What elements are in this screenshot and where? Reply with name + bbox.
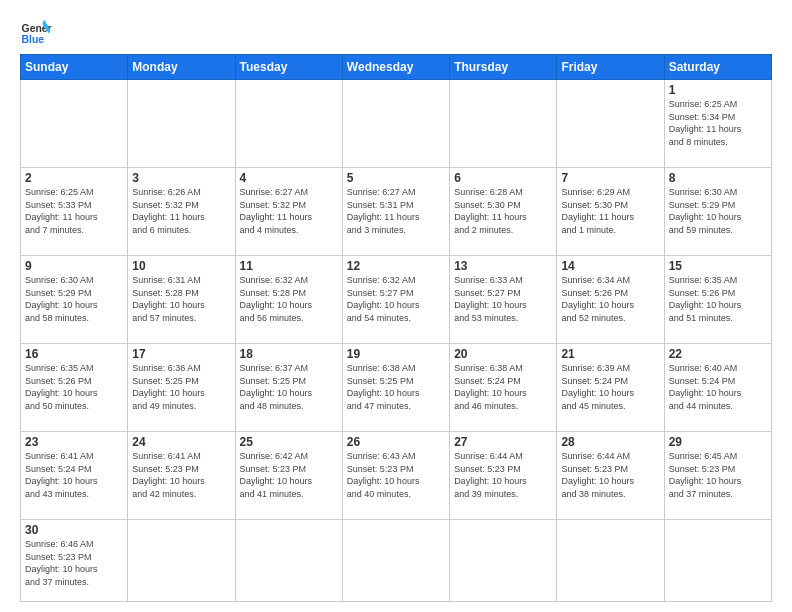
day-info: Sunrise: 6:46 AM Sunset: 5:23 PM Dayligh…	[25, 538, 123, 588]
day-cell: 10Sunrise: 6:31 AM Sunset: 5:28 PM Dayli…	[128, 256, 235, 344]
day-cell: 22Sunrise: 6:40 AM Sunset: 5:24 PM Dayli…	[664, 344, 771, 432]
day-info: Sunrise: 6:34 AM Sunset: 5:26 PM Dayligh…	[561, 274, 659, 324]
day-number: 25	[240, 435, 338, 449]
day-cell	[557, 520, 664, 602]
day-cell: 17Sunrise: 6:36 AM Sunset: 5:25 PM Dayli…	[128, 344, 235, 432]
calendar: SundayMondayTuesdayWednesdayThursdayFrid…	[20, 54, 772, 602]
day-info: Sunrise: 6:36 AM Sunset: 5:25 PM Dayligh…	[132, 362, 230, 412]
day-cell	[664, 520, 771, 602]
day-number: 6	[454, 171, 552, 185]
weekday-monday: Monday	[128, 55, 235, 80]
day-cell: 3Sunrise: 6:26 AM Sunset: 5:32 PM Daylig…	[128, 168, 235, 256]
weekday-header-row: SundayMondayTuesdayWednesdayThursdayFrid…	[21, 55, 772, 80]
day-info: Sunrise: 6:27 AM Sunset: 5:32 PM Dayligh…	[240, 186, 338, 236]
day-number: 20	[454, 347, 552, 361]
week-row-5: 30Sunrise: 6:46 AM Sunset: 5:23 PM Dayli…	[21, 520, 772, 602]
day-cell: 1Sunrise: 6:25 AM Sunset: 5:34 PM Daylig…	[664, 80, 771, 168]
day-info: Sunrise: 6:27 AM Sunset: 5:31 PM Dayligh…	[347, 186, 445, 236]
day-info: Sunrise: 6:33 AM Sunset: 5:27 PM Dayligh…	[454, 274, 552, 324]
day-cell: 19Sunrise: 6:38 AM Sunset: 5:25 PM Dayli…	[342, 344, 449, 432]
day-cell	[21, 80, 128, 168]
day-cell: 25Sunrise: 6:42 AM Sunset: 5:23 PM Dayli…	[235, 432, 342, 520]
day-info: Sunrise: 6:29 AM Sunset: 5:30 PM Dayligh…	[561, 186, 659, 236]
day-cell: 18Sunrise: 6:37 AM Sunset: 5:25 PM Dayli…	[235, 344, 342, 432]
day-info: Sunrise: 6:37 AM Sunset: 5:25 PM Dayligh…	[240, 362, 338, 412]
day-info: Sunrise: 6:35 AM Sunset: 5:26 PM Dayligh…	[25, 362, 123, 412]
day-info: Sunrise: 6:44 AM Sunset: 5:23 PM Dayligh…	[454, 450, 552, 500]
day-number: 19	[347, 347, 445, 361]
day-number: 10	[132, 259, 230, 273]
day-number: 1	[669, 83, 767, 97]
day-cell: 4Sunrise: 6:27 AM Sunset: 5:32 PM Daylig…	[235, 168, 342, 256]
day-number: 29	[669, 435, 767, 449]
day-info: Sunrise: 6:30 AM Sunset: 5:29 PM Dayligh…	[25, 274, 123, 324]
day-number: 30	[25, 523, 123, 537]
day-number: 9	[25, 259, 123, 273]
day-cell: 16Sunrise: 6:35 AM Sunset: 5:26 PM Dayli…	[21, 344, 128, 432]
day-cell: 11Sunrise: 6:32 AM Sunset: 5:28 PM Dayli…	[235, 256, 342, 344]
day-cell	[342, 80, 449, 168]
day-cell: 2Sunrise: 6:25 AM Sunset: 5:33 PM Daylig…	[21, 168, 128, 256]
weekday-thursday: Thursday	[450, 55, 557, 80]
day-cell: 9Sunrise: 6:30 AM Sunset: 5:29 PM Daylig…	[21, 256, 128, 344]
day-info: Sunrise: 6:26 AM Sunset: 5:32 PM Dayligh…	[132, 186, 230, 236]
day-number: 2	[25, 171, 123, 185]
day-cell: 27Sunrise: 6:44 AM Sunset: 5:23 PM Dayli…	[450, 432, 557, 520]
day-info: Sunrise: 6:41 AM Sunset: 5:24 PM Dayligh…	[25, 450, 123, 500]
day-info: Sunrise: 6:38 AM Sunset: 5:25 PM Dayligh…	[347, 362, 445, 412]
week-row-4: 23Sunrise: 6:41 AM Sunset: 5:24 PM Dayli…	[21, 432, 772, 520]
logo-icon: General Blue	[20, 16, 52, 48]
day-number: 22	[669, 347, 767, 361]
weekday-wednesday: Wednesday	[342, 55, 449, 80]
day-cell: 8Sunrise: 6:30 AM Sunset: 5:29 PM Daylig…	[664, 168, 771, 256]
day-cell: 28Sunrise: 6:44 AM Sunset: 5:23 PM Dayli…	[557, 432, 664, 520]
day-cell	[235, 80, 342, 168]
day-cell: 5Sunrise: 6:27 AM Sunset: 5:31 PM Daylig…	[342, 168, 449, 256]
week-row-1: 2Sunrise: 6:25 AM Sunset: 5:33 PM Daylig…	[21, 168, 772, 256]
weekday-friday: Friday	[557, 55, 664, 80]
day-number: 18	[240, 347, 338, 361]
weekday-saturday: Saturday	[664, 55, 771, 80]
svg-text:Blue: Blue	[22, 34, 45, 45]
weekday-sunday: Sunday	[21, 55, 128, 80]
day-info: Sunrise: 6:42 AM Sunset: 5:23 PM Dayligh…	[240, 450, 338, 500]
week-row-0: 1Sunrise: 6:25 AM Sunset: 5:34 PM Daylig…	[21, 80, 772, 168]
day-info: Sunrise: 6:38 AM Sunset: 5:24 PM Dayligh…	[454, 362, 552, 412]
header: General Blue	[20, 16, 772, 48]
day-number: 15	[669, 259, 767, 273]
day-info: Sunrise: 6:35 AM Sunset: 5:26 PM Dayligh…	[669, 274, 767, 324]
day-info: Sunrise: 6:39 AM Sunset: 5:24 PM Dayligh…	[561, 362, 659, 412]
logo: General Blue	[20, 16, 52, 48]
day-cell: 15Sunrise: 6:35 AM Sunset: 5:26 PM Dayli…	[664, 256, 771, 344]
day-info: Sunrise: 6:30 AM Sunset: 5:29 PM Dayligh…	[669, 186, 767, 236]
day-cell: 30Sunrise: 6:46 AM Sunset: 5:23 PM Dayli…	[21, 520, 128, 602]
day-info: Sunrise: 6:40 AM Sunset: 5:24 PM Dayligh…	[669, 362, 767, 412]
day-cell: 7Sunrise: 6:29 AM Sunset: 5:30 PM Daylig…	[557, 168, 664, 256]
day-info: Sunrise: 6:25 AM Sunset: 5:34 PM Dayligh…	[669, 98, 767, 148]
day-info: Sunrise: 6:25 AM Sunset: 5:33 PM Dayligh…	[25, 186, 123, 236]
day-cell	[450, 520, 557, 602]
day-number: 16	[25, 347, 123, 361]
day-cell: 24Sunrise: 6:41 AM Sunset: 5:23 PM Dayli…	[128, 432, 235, 520]
day-cell: 26Sunrise: 6:43 AM Sunset: 5:23 PM Dayli…	[342, 432, 449, 520]
day-info: Sunrise: 6:32 AM Sunset: 5:27 PM Dayligh…	[347, 274, 445, 324]
day-cell: 13Sunrise: 6:33 AM Sunset: 5:27 PM Dayli…	[450, 256, 557, 344]
day-number: 5	[347, 171, 445, 185]
day-info: Sunrise: 6:28 AM Sunset: 5:30 PM Dayligh…	[454, 186, 552, 236]
day-number: 3	[132, 171, 230, 185]
day-info: Sunrise: 6:44 AM Sunset: 5:23 PM Dayligh…	[561, 450, 659, 500]
week-row-3: 16Sunrise: 6:35 AM Sunset: 5:26 PM Dayli…	[21, 344, 772, 432]
day-info: Sunrise: 6:43 AM Sunset: 5:23 PM Dayligh…	[347, 450, 445, 500]
day-cell	[342, 520, 449, 602]
day-number: 4	[240, 171, 338, 185]
day-info: Sunrise: 6:45 AM Sunset: 5:23 PM Dayligh…	[669, 450, 767, 500]
day-info: Sunrise: 6:32 AM Sunset: 5:28 PM Dayligh…	[240, 274, 338, 324]
day-number: 14	[561, 259, 659, 273]
day-number: 27	[454, 435, 552, 449]
day-cell	[235, 520, 342, 602]
day-number: 12	[347, 259, 445, 273]
day-cell: 23Sunrise: 6:41 AM Sunset: 5:24 PM Dayli…	[21, 432, 128, 520]
day-cell: 14Sunrise: 6:34 AM Sunset: 5:26 PM Dayli…	[557, 256, 664, 344]
day-cell	[128, 520, 235, 602]
day-number: 24	[132, 435, 230, 449]
